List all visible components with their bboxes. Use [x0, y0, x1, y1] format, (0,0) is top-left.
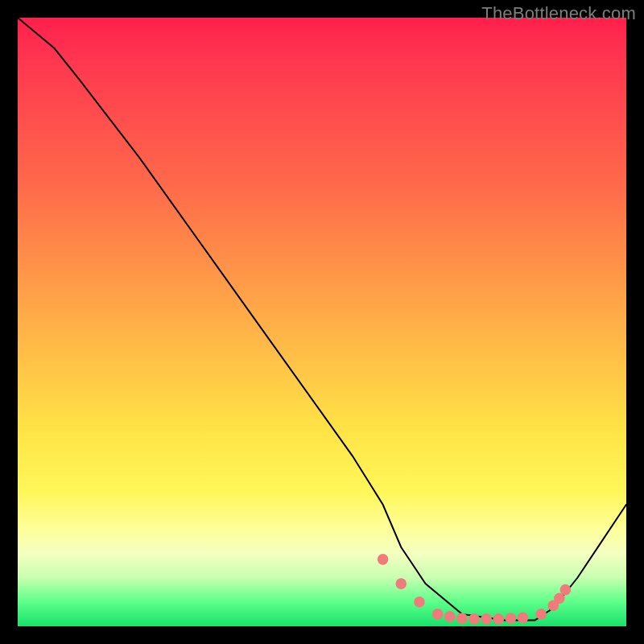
plot-area	[18, 18, 626, 626]
dot	[469, 613, 480, 625]
dot	[535, 609, 547, 620]
dot	[493, 613, 504, 625]
dot	[432, 609, 444, 620]
dot	[506, 613, 517, 624]
watermark-text: TheBottleneck.com	[481, 3, 636, 24]
dot	[518, 613, 529, 624]
dot	[414, 597, 425, 608]
curve-layer	[18, 18, 626, 626]
dot	[560, 584, 572, 596]
dot	[395, 578, 407, 589]
dot	[481, 613, 492, 625]
dot	[456, 613, 468, 624]
dot	[444, 611, 456, 622]
chart-frame: TheBottleneck.com	[0, 0, 644, 644]
dot	[378, 554, 389, 565]
sweet-spot-dots	[378, 554, 571, 625]
bottleneck-curve	[18, 18, 626, 620]
